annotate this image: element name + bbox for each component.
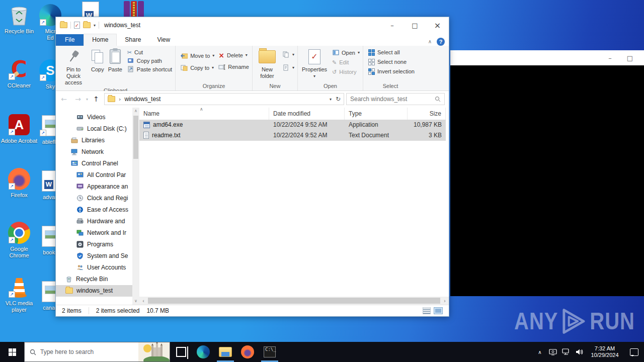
control-panel-icon: [71, 160, 78, 167]
desktop: Recycle Bin C ↗ CCleaner A ↗ Adobe Acrob…: [0, 0, 644, 362]
refresh-icon[interactable]: ↻: [336, 96, 341, 103]
paste-button[interactable]: Paste: [106, 47, 124, 74]
task-view-button[interactable]: [170, 342, 192, 362]
nav-item-appearance[interactable]: Appearance an: [56, 181, 132, 193]
taskbar-edge-button[interactable]: [192, 342, 214, 362]
rename-button[interactable]: Rename: [218, 63, 249, 70]
nav-item-ease-of-access[interactable]: Ease of Access: [56, 204, 132, 216]
disk-drive-icon: [76, 125, 84, 132]
select-none-button[interactable]: Select none: [368, 59, 415, 65]
scrollbar-thumb[interactable]: [148, 298, 440, 304]
folder-icon: [108, 96, 115, 102]
copy-to-button[interactable]: Copy to ▾: [181, 64, 214, 71]
nav-item-local-disk-c[interactable]: Local Disk (C:): [56, 123, 132, 135]
tab-view[interactable]: View: [149, 34, 178, 46]
start-button[interactable]: [0, 342, 24, 362]
delete-button[interactable]: × Delete ▾: [218, 52, 249, 58]
search-icon: [30, 349, 36, 355]
large-icons-view-button[interactable]: [434, 307, 443, 314]
tab-home[interactable]: Home: [84, 34, 117, 46]
tab-file[interactable]: File: [56, 34, 84, 46]
scroll-left-icon[interactable]: ‹: [139, 298, 147, 304]
collapse-ribbon-icon[interactable]: ∧: [428, 39, 432, 44]
minimize-button[interactable]: –: [381, 17, 404, 33]
minimize-button[interactable]: –: [608, 54, 612, 62]
address-dropdown-icon[interactable]: ▾: [330, 97, 332, 102]
network-icon[interactable]: [559, 348, 573, 355]
nav-item-windows-test[interactable]: windows_test: [56, 285, 132, 297]
cut-button[interactable]: ✂ Cut: [127, 49, 172, 56]
forward-button[interactable]: →: [72, 95, 84, 103]
invert-selection-button[interactable]: Invert selection: [368, 68, 415, 75]
back-button[interactable]: ←: [58, 95, 70, 103]
edit-button[interactable]: ✎ Edit: [332, 59, 360, 66]
scrollbar-thumb[interactable]: [133, 116, 138, 159]
nav-item-control-panel[interactable]: Control Panel: [56, 158, 132, 169]
copy-button[interactable]: Copy: [89, 47, 106, 74]
taskbar-firefox-button[interactable]: [236, 342, 259, 362]
copy-path-button[interactable]: Copy path: [127, 57, 172, 64]
recycle-bin-small-icon: [65, 276, 72, 283]
pin-to-quick-access-button[interactable]: Pin to Quick access: [58, 47, 89, 87]
group-label: Open: [300, 82, 361, 90]
address-breadcrumb[interactable]: › windows_test ▾ ↻: [104, 93, 344, 105]
paste-shortcut-button[interactable]: Paste shortcut: [127, 66, 172, 73]
open-button[interactable]: Open ▾: [332, 49, 360, 56]
help-icon[interactable]: ?: [437, 38, 445, 46]
volume-icon[interactable]: [573, 348, 586, 355]
new-folder-button[interactable]: New folder: [255, 47, 280, 80]
nav-item-programs[interactable]: Programs: [56, 239, 132, 250]
easy-access-button[interactable]: ▾: [283, 64, 294, 71]
select-all-button[interactable]: Select all: [368, 49, 415, 56]
tab-share[interactable]: Share: [117, 34, 149, 46]
history-button[interactable]: ↺ History: [332, 69, 360, 75]
screencast-icon[interactable]: [546, 348, 559, 355]
nav-item-clock-region[interactable]: Clock and Regi: [56, 193, 132, 204]
ribbon-group-select: Select all Select none Invert selection …: [363, 46, 418, 90]
taskbar-search-input[interactable]: Type here to search: [24, 342, 170, 362]
nav-item-recycle-bin[interactable]: Recycle Bin: [56, 274, 132, 285]
ribbon-tabs: File Home Share View ∧ ?: [56, 33, 449, 46]
column-header-size[interactable]: Size: [408, 108, 446, 120]
up-button[interactable]: ↑: [90, 95, 102, 103]
properties-qat-icon[interactable]: ✓: [74, 22, 80, 29]
system-tray: ∧ 7:32 AM 10/29/2024: [533, 342, 644, 362]
search-input[interactable]: Search windows_test: [346, 93, 445, 105]
details-view-button[interactable]: [423, 307, 431, 314]
nav-item-network[interactable]: Network: [56, 146, 132, 158]
column-header-type[interactable]: Type: [345, 108, 408, 120]
nav-item-user-accounts[interactable]: User Accounts: [56, 262, 132, 274]
scroll-right-icon[interactable]: ›: [441, 298, 449, 304]
breadcrumb-path[interactable]: windows_test: [124, 96, 160, 103]
customize-qat-icon[interactable]: ▾: [94, 23, 96, 28]
nav-item-system-security[interactable]: System and Se: [56, 250, 132, 262]
file-row-amd64-exe[interactable]: amd64.exe 10/22/2024 9:52 AM Application…: [139, 120, 446, 130]
properties-button[interactable]: ✓ Properties ▾: [300, 47, 329, 80]
recent-locations-icon[interactable]: ▾: [86, 97, 88, 102]
nav-item-libraries[interactable]: Libraries: [56, 135, 132, 146]
maximize-button[interactable]: □: [404, 17, 426, 33]
close-button[interactable]: ×: [426, 17, 449, 33]
scroll-up-icon[interactable]: ∧: [134, 108, 137, 115]
maximize-button[interactable]: □: [627, 54, 633, 62]
nav-item-hardware-sound[interactable]: Hardware and: [56, 216, 132, 227]
search-highlight-image[interactable]: [138, 342, 170, 361]
column-header-date-modified[interactable]: Date modified: [269, 108, 345, 120]
nav-item-all-control-panel[interactable]: All Control Par: [56, 169, 132, 181]
nav-item-network-internet[interactable]: Network and Ir: [56, 227, 132, 239]
nav-item-videos[interactable]: Videos: [56, 112, 132, 123]
scroll-down-icon[interactable]: ∨: [132, 297, 139, 305]
chrome-icon: ↗: [8, 222, 30, 244]
tray-chevron-icon[interactable]: ∧: [533, 349, 546, 355]
taskbar-cmd-button[interactable]: C:\_: [259, 342, 281, 362]
new-item-button[interactable]: ▾: [283, 51, 294, 58]
horizontal-scrollbar[interactable]: ‹ ›: [139, 297, 449, 305]
new-folder-qat-icon[interactable]: [83, 22, 91, 28]
nav-scrollbar[interactable]: ∧: [132, 108, 139, 297]
file-row-readme-txt[interactable]: readme.txt 10/22/2024 9:52 AM Text Docum…: [139, 130, 446, 141]
taskbar-explorer-button[interactable]: [214, 342, 236, 362]
column-header-name[interactable]: ∧ Name: [139, 108, 269, 120]
move-to-button[interactable]: Move to ▾: [181, 52, 214, 59]
action-center-button[interactable]: [624, 348, 644, 356]
taskbar-clock[interactable]: 7:32 AM 10/29/2024: [586, 345, 624, 358]
